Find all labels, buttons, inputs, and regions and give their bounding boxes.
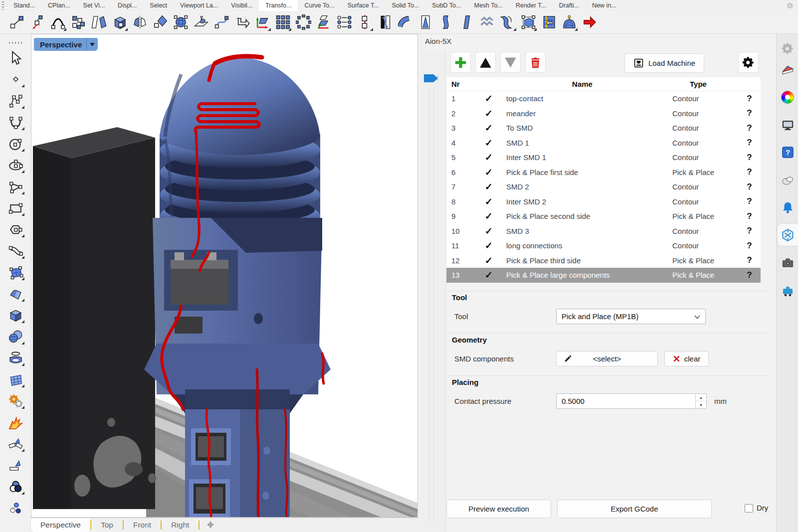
boolean-ops-icon[interactable] (6, 479, 25, 495)
copy-arrange-icon[interactable] (69, 13, 87, 31)
mirror-icon[interactable] (131, 13, 149, 31)
table-row-step-1[interactable]: 1✓top-contactContour? (446, 91, 761, 106)
table-row-step-4[interactable]: 4✓SMD 1Contour? (446, 136, 761, 151)
pipe-arc-icon[interactable] (6, 243, 25, 259)
viewport-tab-right[interactable]: Right (162, 518, 199, 532)
table-row-step-12[interactable]: 12✓Pick & Place third sidePick & Place? (446, 253, 761, 268)
scale-points-icon[interactable] (28, 13, 46, 31)
table-row-step-8[interactable]: 8✓Inter SMD 2Contour? (446, 194, 761, 209)
orient-cplane-icon[interactable] (253, 13, 271, 31)
project-flatten-icon[interactable] (192, 13, 210, 31)
menu-tab-solidto[interactable]: Solid To... (386, 0, 426, 11)
table-row-step-3[interactable]: 3✓To SMDContour? (446, 121, 761, 136)
wave-smooth-icon[interactable] (478, 13, 496, 31)
mesh-patch-icon[interactable] (6, 371, 25, 388)
display-monitor-icon[interactable] (780, 117, 795, 132)
machine-hexagon-icon[interactable] (780, 227, 795, 242)
circle-icon[interactable] (6, 136, 25, 152)
cage-sphere-icon[interactable] (172, 13, 190, 31)
fillet-edge-icon[interactable] (6, 436, 25, 452)
spin-up-icon[interactable]: ▲ (696, 394, 706, 401)
export-gcode-button[interactable]: Export GCode (557, 500, 712, 518)
menu-tab-stand[interactable]: Stand... (7, 0, 41, 11)
pointer-icon[interactable] (6, 50, 25, 66)
table-row-step-7[interactable]: 7✓SMD 2Contour? (446, 179, 761, 194)
contact-pressure-input[interactable]: 0.5000 ▲▼ (556, 393, 707, 409)
pan-viewports-icon[interactable] (206, 518, 214, 532)
shear-solid-icon[interactable] (458, 13, 476, 31)
cage-edit-icon[interactable] (519, 13, 537, 31)
menu-tab-setvi[interactable]: Set Vi... (77, 0, 112, 11)
move-points-icon[interactable] (8, 13, 26, 31)
3d-viewport[interactable]: Perspective (31, 34, 418, 518)
dry-checkbox[interactable] (745, 504, 753, 513)
solid-box-icon[interactable] (6, 307, 25, 324)
help-icon[interactable]: ? (780, 145, 795, 160)
linear-stack-icon[interactable] (356, 13, 374, 31)
menu-tab-subdto[interactable]: SubD To... (425, 0, 467, 11)
viewport-tab-perspective[interactable]: Perspective (31, 518, 90, 532)
shear-icon[interactable] (90, 13, 108, 31)
panel-settings-button[interactable] (738, 52, 759, 73)
flow-surface-icon[interactable] (540, 13, 558, 31)
polyline-icon[interactable] (6, 93, 25, 109)
panel-gear-icon[interactable] (780, 41, 795, 56)
move-up-button[interactable] (475, 52, 496, 73)
curve-points-icon[interactable] (212, 13, 230, 31)
menu-tab-cplan[interactable]: CPlan... (41, 0, 76, 11)
drape-surface-icon[interactable] (560, 13, 578, 31)
notifications-bell-icon[interactable] (780, 200, 795, 215)
table-row-step-5[interactable]: 5✓Inter SMD 1Contour? (446, 150, 761, 165)
table-row-step-11[interactable]: 11✓long connectionsContour? (446, 238, 761, 253)
curved-surface-icon[interactable] (6, 286, 25, 302)
spin-down-icon[interactable]: ▼ (696, 401, 706, 408)
menu-tab-newin[interactable]: New in... (586, 0, 623, 11)
polygon-hex-icon[interactable] (6, 221, 25, 238)
add-step-button[interactable] (450, 52, 471, 73)
table-row-step-6[interactable]: 6✓Pick & Place first sidePick & Place? (446, 165, 761, 180)
table-row-step-9[interactable]: 9✓Pick & Place second sidePick & Place? (446, 209, 761, 224)
menu-tab-visibil[interactable]: Visibil... (224, 0, 259, 11)
camera-icon[interactable] (780, 255, 795, 270)
spheres-icon[interactable] (6, 329, 25, 345)
viewport-dropdown-arrow[interactable] (86, 38, 98, 51)
taper-solid-icon[interactable] (417, 13, 435, 31)
gears-icon[interactable] (6, 393, 25, 409)
viewport-label[interactable]: Perspective (34, 38, 98, 51)
machine-tool-icon[interactable] (780, 283, 795, 298)
smd-select-button[interactable]: <select> (556, 351, 658, 366)
arc-curve-icon[interactable] (6, 114, 25, 131)
cake-analysis-icon[interactable] (780, 63, 795, 78)
spinner-stepper[interactable]: ▲▼ (695, 394, 706, 408)
point-cloud-icon[interactable] (6, 500, 25, 517)
rectangle-icon[interactable] (6, 200, 25, 216)
tool-select[interactable]: Pick and Place (MP1B) (556, 309, 706, 324)
taper-bw-icon[interactable] (376, 13, 394, 31)
move-down-button[interactable] (500, 52, 521, 73)
menu-tab-surfacet[interactable]: Surface T... (341, 0, 386, 11)
menu-tab-transfo[interactable]: Transfo... (259, 0, 298, 11)
remap-points-icon[interactable] (335, 13, 353, 31)
shear-axes-icon[interactable] (315, 13, 333, 31)
viewport-tab-top[interactable]: Top (91, 518, 123, 532)
table-row-step-13[interactable]: 13✓Pick & Place large componentsPick & P… (446, 268, 761, 283)
menu-tab-curveto[interactable]: Curve To... (298, 0, 341, 11)
flow-outline-icon[interactable] (233, 13, 251, 31)
run-arrow-icon[interactable] (581, 13, 598, 31)
explode-icon[interactable] (6, 414, 25, 431)
menu-tab-select[interactable]: Select (143, 0, 174, 11)
viewport-tab-front[interactable]: Front (124, 518, 161, 532)
color-wheel-icon[interactable] (780, 90, 795, 105)
surface-patch-icon[interactable] (6, 264, 25, 281)
point-icon[interactable] (6, 71, 25, 88)
menu-tab-viewportla[interactable]: Viewport La... (174, 0, 224, 11)
toolbar-grip[interactable] (2, 1, 4, 9)
ellipse-icon[interactable] (6, 157, 25, 174)
menu-tab-meshto[interactable]: Mesh To... (467, 0, 509, 11)
delete-step-button[interactable] (525, 52, 546, 73)
torus-icon[interactable] (6, 350, 25, 366)
smd-clear-button[interactable]: clear (664, 351, 709, 366)
rotate-shape-icon[interactable] (151, 13, 169, 31)
step-flag-icon[interactable] (423, 72, 439, 85)
table-row-step-2[interactable]: 2✓meanderContour? (446, 106, 761, 121)
